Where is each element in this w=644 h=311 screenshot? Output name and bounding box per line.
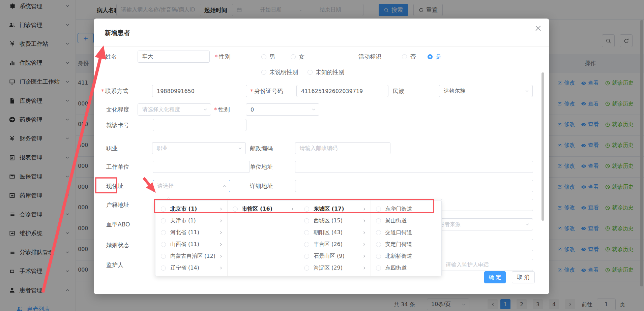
unit-address-input[interactable] [295, 161, 533, 173]
gender-radio-female[interactable]: 女 [291, 53, 304, 61]
chev-right-icon [290, 207, 295, 211]
visit-card-input[interactable] [153, 119, 246, 131]
id-number-input[interactable]: 411625192602039719 [296, 85, 388, 97]
radio-icon [376, 266, 381, 271]
current-address-label: 现住址 [106, 182, 123, 190]
education-label: 文化程度 [106, 106, 129, 114]
active-flag-radio-no[interactable]: 否 [402, 53, 416, 61]
cascader-option-label: 东城区 (17) [314, 206, 344, 213]
gender-radio-male[interactable]: 男 [261, 53, 275, 61]
radio-icon [304, 218, 309, 223]
name-label: 姓名 [101, 53, 117, 61]
marital-status-input[interactable] [441, 239, 533, 251]
detail-address-label: 详细地址 [250, 182, 273, 190]
active-flag-radio-yes[interactable]: 是 [428, 53, 441, 61]
gender-radio-unknown[interactable]: 未知的性别 [308, 68, 344, 76]
cascader-option-label: 东华门街道 [385, 206, 412, 213]
cascader-option-col3-5[interactable]: 海淀区 (29) [299, 262, 371, 274]
close-icon[interactable] [534, 25, 542, 32]
gender2-select[interactable]: 0 [246, 103, 319, 116]
guardian-label: 监护人 [106, 261, 123, 269]
ethnicity-label: 民族 [393, 87, 404, 95]
radio-icon [161, 242, 166, 247]
cascader-option-col4-5[interactable]: 东四街道 [371, 262, 442, 274]
marital-status-label: 婚姻状态 [106, 241, 129, 249]
cascader-option-col3-0[interactable]: 东城区 (17) [299, 203, 371, 215]
cascader-option-col3-3[interactable]: 丰台区 (26) [299, 239, 371, 250]
chev-right-icon [219, 254, 223, 258]
cascader-option-col3-4[interactable]: 石景山区 (9) [299, 250, 371, 262]
cascader-option-col2-0[interactable]: 市辖区 (16) [227, 203, 299, 215]
chevron-down-icon [238, 146, 242, 151]
id-number-label: 身份证号码 [250, 87, 283, 95]
work-unit-input[interactable] [153, 161, 250, 173]
gender2-label: 性别 [214, 106, 230, 114]
cascader-option-col1-4[interactable]: 内蒙古自治区 (12) [155, 250, 227, 262]
cascader-option-label: 景山街道 [385, 217, 407, 224]
visit-card-label: 就诊卡号 [106, 121, 129, 129]
contact-input[interactable]: 19880991650 [152, 85, 247, 97]
work-unit-label: 工作单位 [106, 163, 129, 171]
cascader-option-col3-2[interactable]: 朝阳区 (43) [299, 227, 371, 239]
cascader-option-label: 安定门街道 [385, 241, 412, 248]
cascader-option-col4-0[interactable]: 东华门街道 [371, 203, 442, 215]
chevron-down-icon [525, 89, 529, 93]
cascader-option-label: 朝阳区 (43) [314, 229, 343, 236]
cascader-option-label: 北京市 (1) [170, 206, 197, 213]
guardian-phone-input[interactable]: 请输入监护人电话 [441, 259, 533, 271]
cascader-option-col4-3[interactable]: 安定门街道 [371, 239, 442, 250]
radio-icon [161, 230, 166, 235]
cancel-button[interactable]: 取 消 [512, 271, 535, 283]
chev-right-icon [219, 219, 223, 223]
chevron-up-icon [222, 184, 227, 188]
confirm-button[interactable]: 确 定 [484, 271, 506, 283]
chev-right-icon [362, 219, 367, 223]
radio-icon [304, 254, 309, 259]
cascader-option-col1-1[interactable]: 天津市 (1) [155, 215, 227, 227]
name-input[interactable]: 牢大 [138, 51, 210, 63]
cascader-option-col4-2[interactable]: 交道口街道 [371, 227, 442, 239]
occupation-select[interactable]: 职业 [152, 142, 246, 154]
blood-type-label: 血型ABO [106, 221, 130, 228]
cascader-option-col1-0[interactable]: 北京市 (1) [155, 203, 227, 215]
address-cascader-dropdown: 北京市 (1)天津市 (1)河北省 (11)山西省 (11)内蒙古自治区 (12… [155, 200, 442, 276]
chevron-down-icon [203, 107, 208, 112]
radio-icon [376, 218, 381, 223]
detail-address-input[interactable] [295, 180, 533, 192]
cascader-option-col4-4[interactable]: 北新桥街道 [371, 250, 442, 262]
household-address-input[interactable] [441, 199, 533, 211]
radio-icon [376, 254, 381, 259]
gender-label: 性别 [215, 53, 231, 61]
cascader-option-label: 市辖区 (16) [242, 206, 272, 213]
chev-right-icon [219, 230, 223, 235]
cascader-option-col1-2[interactable]: 河北省 (11) [155, 227, 227, 239]
modal-title: 新增患者 [105, 29, 130, 37]
contact-label: 联系方式 [101, 87, 128, 95]
education-select[interactable]: 请选择文化程度 [138, 103, 211, 116]
postal-code-input[interactable]: 请输入邮政编码 [295, 142, 390, 154]
modal-scrollbar[interactable] [541, 72, 544, 221]
chev-right-icon [362, 242, 367, 247]
radio-icon [376, 230, 381, 235]
unit-address-label: 单位地址 [250, 163, 273, 171]
title-divider [94, 46, 549, 46]
ethnicity-select[interactable]: 达斡尔族 [439, 85, 533, 97]
radio-icon [304, 266, 309, 271]
chev-right-icon [219, 207, 223, 211]
cascader-option-label: 交道口街道 [385, 229, 412, 236]
radio-icon [304, 230, 309, 235]
cascader-option-col1-3[interactable]: 山西省 (11) [155, 239, 227, 250]
chev-right-icon [362, 230, 367, 235]
chev-right-icon [219, 242, 223, 247]
cascader-option-label: 天津市 (1) [170, 217, 196, 224]
radio-icon [304, 242, 309, 247]
current-address-cascader[interactable]: 请选择 [153, 180, 230, 192]
radio-icon [161, 266, 166, 271]
cascader-option-col3-1[interactable]: 西城区 (15) [299, 215, 371, 227]
cascader-option-label: 内蒙古自治区 (12) [170, 253, 215, 260]
postal-code-label: 邮政编码 [250, 145, 273, 152]
cascader-option-col1-5[interactable]: 辽宁省 (14) [155, 262, 227, 274]
gender-radio-unstated[interactable]: 未说明性别 [261, 68, 298, 76]
cascader-option-col4-1[interactable]: 景山街道 [371, 215, 442, 227]
chevron-down-icon [525, 222, 530, 227]
